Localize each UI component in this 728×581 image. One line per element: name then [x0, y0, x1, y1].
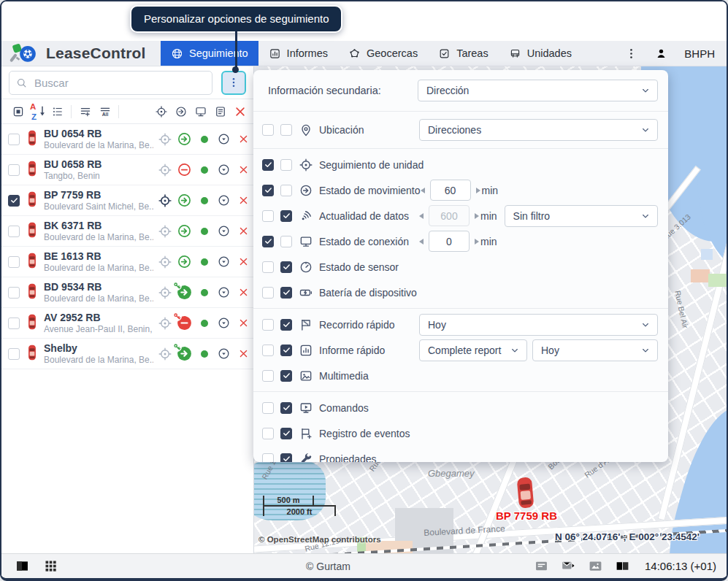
- remove-from-list-button[interactable]: [234, 256, 253, 267]
- actualidad-de-datos-increase-button[interactable]: [475, 213, 479, 219]
- track-on-map-button[interactable]: [155, 224, 175, 239]
- tab-unidades[interactable]: Unidades: [499, 41, 582, 66]
- ubicacion-secondary-checkbox[interactable]: [280, 124, 292, 136]
- column-motion-icon[interactable]: [171, 105, 191, 118]
- vehicle-row-shelby[interactable]: ShelbyBoulevard de la Marina, Be...: [1, 339, 253, 369]
- recorrido-rapido-primary-checkbox[interactable]: [262, 319, 274, 331]
- secondary-info-select[interactable]: Dirección: [418, 80, 658, 101]
- seguimiento-de-unidad-primary-checkbox[interactable]: [262, 159, 274, 171]
- registro-de-eventos-primary-checkbox[interactable]: [262, 428, 274, 439]
- actualidad-de-datos-value-input[interactable]: 600: [429, 205, 470, 226]
- remove-from-list-button[interactable]: [234, 164, 253, 175]
- unit-menu-button[interactable]: [214, 132, 234, 146]
- ubicacion-primary-checkbox[interactable]: [262, 124, 274, 136]
- column-connection-icon[interactable]: [191, 105, 210, 118]
- track-on-map-button[interactable]: [155, 163, 175, 177]
- vehicle-checkbox[interactable]: [8, 134, 20, 145]
- tab-seguimiento[interactable]: Seguimiento: [161, 41, 258, 66]
- unit-menu-button[interactable]: [214, 285, 234, 299]
- informe-rapido-select[interactable]: Hoy: [532, 339, 658, 361]
- track-on-map-button[interactable]: [155, 132, 175, 147]
- estado-de-movimiento-primary-checkbox[interactable]: [262, 185, 274, 196]
- comandos-secondary-checkbox[interactable]: [280, 402, 292, 414]
- vehicle-row-bu-0658-rb[interactable]: BU 0658 RBTangbo, Benin: [1, 155, 253, 185]
- tracking-options-button[interactable]: [221, 71, 246, 95]
- comandos-primary-checkbox[interactable]: [262, 402, 274, 414]
- media-icon[interactable]: [588, 558, 603, 574]
- track-on-map-button[interactable]: [155, 193, 175, 208]
- estado-de-movimiento-increase-button[interactable]: [476, 188, 480, 193]
- propiedades-secondary-checkbox[interactable]: [280, 453, 292, 463]
- registro-de-eventos-secondary-checkbox[interactable]: [280, 428, 292, 439]
- header-kebab-icon[interactable]: [624, 47, 638, 61]
- column-clear-icon[interactable]: [230, 105, 250, 118]
- vehicle-checkbox[interactable]: [8, 348, 20, 360]
- estado-de-sensor-secondary-checkbox[interactable]: [280, 261, 292, 273]
- vehicle-row-bk-6371-rb[interactable]: BK 6371 RBBoulevard de la Marina, Be...: [1, 216, 253, 247]
- estado-de-conexion-secondary-checkbox[interactable]: [280, 236, 292, 247]
- estado-de-conexion-primary-checkbox[interactable]: [262, 236, 274, 247]
- remove-from-list-button[interactable]: [234, 226, 253, 236]
- vehicle-checkbox[interactable]: [8, 226, 20, 237]
- propiedades-primary-checkbox[interactable]: [262, 453, 274, 463]
- track-on-map-button[interactable]: [155, 285, 175, 300]
- tab-tareas[interactable]: Tareas: [428, 41, 499, 66]
- ubicacion-select[interactable]: Direcciones: [419, 119, 658, 141]
- list-view-button[interactable]: [47, 105, 67, 118]
- track-on-map-button[interactable]: [155, 347, 175, 361]
- track-on-map-button[interactable]: [155, 255, 175, 269]
- apps-grid-icon[interactable]: [43, 558, 58, 574]
- unit-menu-button[interactable]: [214, 163, 234, 177]
- split-view-icon[interactable]: [615, 558, 630, 574]
- send-mail-icon[interactable]: [561, 558, 576, 574]
- vehicle-row-av-2952-rb[interactable]: AV 2952 RBAvenue Jean-Paul II, Benin, ..…: [1, 308, 253, 339]
- vehicle-checkbox[interactable]: [8, 164, 20, 176]
- estado-de-movimiento-decrease-button[interactable]: [421, 188, 425, 193]
- informe-rapido-select[interactable]: Complete report: [419, 339, 527, 361]
- notes-icon[interactable]: [534, 558, 549, 574]
- user-label[interactable]: BHPH: [684, 47, 715, 60]
- multimedia-primary-checkbox[interactable]: [262, 370, 274, 382]
- actualidad-de-datos-decrease-button[interactable]: [419, 213, 424, 219]
- column-tracking-icon[interactable]: [151, 105, 171, 118]
- actualidad-de-datos-secondary-checkbox[interactable]: [280, 210, 292, 222]
- remove-from-list-button[interactable]: [234, 287, 253, 298]
- recorrido-rapido-select[interactable]: Hoy: [419, 314, 658, 336]
- vehicle-row-bu-0654-rb[interactable]: BU 0654 RBBoulevard de la Marina, Be...: [1, 124, 253, 155]
- actualidad-de-datos-primary-checkbox[interactable]: [262, 210, 274, 222]
- vehicle-checkbox[interactable]: [8, 195, 20, 207]
- remove-from-list-button[interactable]: [234, 318, 253, 328]
- informe-rapido-secondary-checkbox[interactable]: [280, 345, 292, 356]
- vehicle-row-bd-9534-rb[interactable]: BD 9534 RBBoulevard de la Marina, Be...: [1, 277, 253, 308]
- column-report-icon[interactable]: [210, 105, 230, 118]
- toggle-panel-icon[interactable]: [15, 558, 30, 574]
- unit-menu-button[interactable]: [214, 316, 234, 330]
- tab-geocercas[interactable]: Geocercas: [338, 41, 428, 66]
- estado-de-conexion-increase-button[interactable]: [475, 239, 479, 245]
- estado-de-conexion-decrease-button[interactable]: [419, 239, 424, 245]
- unit-menu-button[interactable]: [214, 193, 234, 207]
- remove-from-list-button[interactable]: [234, 348, 253, 359]
- informe-rapido-primary-checkbox[interactable]: [262, 345, 274, 356]
- map-attribution[interactable]: © OpenStreetMap contributors: [258, 535, 381, 544]
- vehicle-marker-label[interactable]: BP 7759 RB: [473, 509, 580, 522]
- bateria-de-dispositivo-secondary-checkbox[interactable]: [280, 287, 292, 299]
- remove-from-list-button[interactable]: [234, 195, 253, 206]
- vehicle-checkbox[interactable]: [8, 287, 20, 299]
- estado-de-sensor-primary-checkbox[interactable]: [262, 261, 274, 273]
- vehicle-checkbox[interactable]: [8, 256, 20, 268]
- track-on-map-button[interactable]: [155, 316, 175, 331]
- remove-from-list-button[interactable]: [234, 134, 253, 145]
- vehicle-marker[interactable]: [514, 475, 537, 510]
- bateria-de-dispositivo-primary-checkbox[interactable]: [262, 287, 274, 299]
- tab-informes[interactable]: Informes: [258, 41, 338, 66]
- vehicle-checkbox[interactable]: [8, 318, 20, 329]
- estado-de-conexion-value-input[interactable]: 0: [429, 231, 470, 252]
- actualidad-de-datos-select[interactable]: Sin filtro: [505, 205, 658, 227]
- estado-de-movimiento-value-input[interactable]: 60: [430, 180, 471, 201]
- estado-de-movimiento-secondary-checkbox[interactable]: [280, 185, 292, 196]
- vehicle-row-bp-7759-rb[interactable]: BP 7759 RBBoulevard Saint Michel, Be...: [1, 185, 253, 216]
- selection-mode-button[interactable]: [8, 105, 28, 118]
- recorrido-rapido-secondary-checkbox[interactable]: [280, 319, 292, 331]
- user-icon[interactable]: [654, 47, 668, 61]
